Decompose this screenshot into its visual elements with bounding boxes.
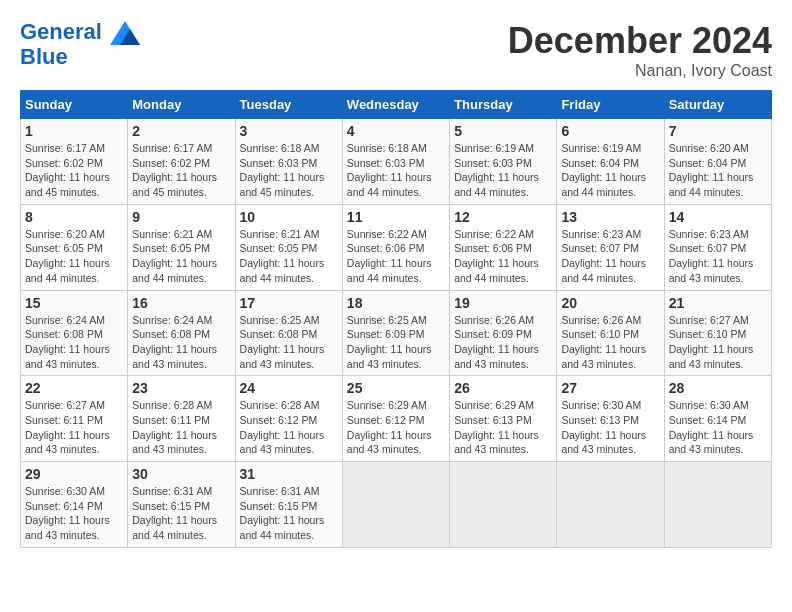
calendar-cell: 18 Sunrise: 6:25 AM Sunset: 6:09 PM Dayl… <box>342 290 449 376</box>
calendar-cell: 31 Sunrise: 6:31 AM Sunset: 6:15 PM Dayl… <box>235 462 342 548</box>
day-info: Sunrise: 6:20 AM Sunset: 6:05 PM Dayligh… <box>25 227 123 286</box>
calendar-cell: 11 Sunrise: 6:22 AM Sunset: 6:06 PM Dayl… <box>342 204 449 290</box>
day-info: Sunrise: 6:21 AM Sunset: 6:05 PM Dayligh… <box>132 227 230 286</box>
location: Nanan, Ivory Coast <box>508 62 772 80</box>
weekday-tuesday: Tuesday <box>235 91 342 119</box>
week-row-1: 1 Sunrise: 6:17 AM Sunset: 6:02 PM Dayli… <box>21 119 772 205</box>
calendar-cell: 10 Sunrise: 6:21 AM Sunset: 6:05 PM Dayl… <box>235 204 342 290</box>
calendar-cell: 1 Sunrise: 6:17 AM Sunset: 6:02 PM Dayli… <box>21 119 128 205</box>
calendar-cell: 23 Sunrise: 6:28 AM Sunset: 6:11 PM Dayl… <box>128 376 235 462</box>
day-info: Sunrise: 6:18 AM Sunset: 6:03 PM Dayligh… <box>240 141 338 200</box>
day-info: Sunrise: 6:17 AM Sunset: 6:02 PM Dayligh… <box>132 141 230 200</box>
day-info: Sunrise: 6:30 AM Sunset: 6:14 PM Dayligh… <box>669 398 767 457</box>
calendar-cell: 13 Sunrise: 6:23 AM Sunset: 6:07 PM Dayl… <box>557 204 664 290</box>
calendar-cell: 16 Sunrise: 6:24 AM Sunset: 6:08 PM Dayl… <box>128 290 235 376</box>
calendar-cell: 24 Sunrise: 6:28 AM Sunset: 6:12 PM Dayl… <box>235 376 342 462</box>
day-info: Sunrise: 6:18 AM Sunset: 6:03 PM Dayligh… <box>347 141 445 200</box>
calendar-cell <box>664 462 771 548</box>
calendar-table: SundayMondayTuesdayWednesdayThursdayFrid… <box>20 90 772 548</box>
day-info: Sunrise: 6:26 AM Sunset: 6:09 PM Dayligh… <box>454 313 552 372</box>
day-info: Sunrise: 6:27 AM Sunset: 6:10 PM Dayligh… <box>669 313 767 372</box>
calendar-cell: 9 Sunrise: 6:21 AM Sunset: 6:05 PM Dayli… <box>128 204 235 290</box>
day-info: Sunrise: 6:20 AM Sunset: 6:04 PM Dayligh… <box>669 141 767 200</box>
calendar-cell: 26 Sunrise: 6:29 AM Sunset: 6:13 PM Dayl… <box>450 376 557 462</box>
calendar-cell: 28 Sunrise: 6:30 AM Sunset: 6:14 PM Dayl… <box>664 376 771 462</box>
day-info: Sunrise: 6:19 AM Sunset: 6:04 PM Dayligh… <box>561 141 659 200</box>
logo: General Blue <box>20 20 140 69</box>
day-info: Sunrise: 6:24 AM Sunset: 6:08 PM Dayligh… <box>25 313 123 372</box>
day-number: 25 <box>347 380 445 396</box>
day-info: Sunrise: 6:19 AM Sunset: 6:03 PM Dayligh… <box>454 141 552 200</box>
day-number: 9 <box>132 209 230 225</box>
day-info: Sunrise: 6:26 AM Sunset: 6:10 PM Dayligh… <box>561 313 659 372</box>
week-row-5: 29 Sunrise: 6:30 AM Sunset: 6:14 PM Dayl… <box>21 462 772 548</box>
day-number: 1 <box>25 123 123 139</box>
calendar-cell <box>557 462 664 548</box>
day-info: Sunrise: 6:29 AM Sunset: 6:13 PM Dayligh… <box>454 398 552 457</box>
calendar-cell: 25 Sunrise: 6:29 AM Sunset: 6:12 PM Dayl… <box>342 376 449 462</box>
day-info: Sunrise: 6:25 AM Sunset: 6:08 PM Dayligh… <box>240 313 338 372</box>
week-row-3: 15 Sunrise: 6:24 AM Sunset: 6:08 PM Dayl… <box>21 290 772 376</box>
day-info: Sunrise: 6:28 AM Sunset: 6:12 PM Dayligh… <box>240 398 338 457</box>
day-info: Sunrise: 6:27 AM Sunset: 6:11 PM Dayligh… <box>25 398 123 457</box>
calendar-cell: 4 Sunrise: 6:18 AM Sunset: 6:03 PM Dayli… <box>342 119 449 205</box>
calendar-cell: 15 Sunrise: 6:24 AM Sunset: 6:08 PM Dayl… <box>21 290 128 376</box>
calendar-cell: 27 Sunrise: 6:30 AM Sunset: 6:13 PM Dayl… <box>557 376 664 462</box>
calendar-cell: 5 Sunrise: 6:19 AM Sunset: 6:03 PM Dayli… <box>450 119 557 205</box>
day-number: 21 <box>669 295 767 311</box>
day-info: Sunrise: 6:22 AM Sunset: 6:06 PM Dayligh… <box>454 227 552 286</box>
day-number: 7 <box>669 123 767 139</box>
weekday-wednesday: Wednesday <box>342 91 449 119</box>
calendar-cell: 21 Sunrise: 6:27 AM Sunset: 6:10 PM Dayl… <box>664 290 771 376</box>
day-number: 20 <box>561 295 659 311</box>
calendar-cell: 6 Sunrise: 6:19 AM Sunset: 6:04 PM Dayli… <box>557 119 664 205</box>
weekday-friday: Friday <box>557 91 664 119</box>
day-number: 28 <box>669 380 767 396</box>
day-number: 14 <box>669 209 767 225</box>
day-info: Sunrise: 6:22 AM Sunset: 6:06 PM Dayligh… <box>347 227 445 286</box>
day-number: 17 <box>240 295 338 311</box>
day-info: Sunrise: 6:30 AM Sunset: 6:13 PM Dayligh… <box>561 398 659 457</box>
calendar-cell: 7 Sunrise: 6:20 AM Sunset: 6:04 PM Dayli… <box>664 119 771 205</box>
day-info: Sunrise: 6:24 AM Sunset: 6:08 PM Dayligh… <box>132 313 230 372</box>
month-title: December 2024 <box>508 20 772 62</box>
day-number: 30 <box>132 466 230 482</box>
week-row-2: 8 Sunrise: 6:20 AM Sunset: 6:05 PM Dayli… <box>21 204 772 290</box>
day-info: Sunrise: 6:28 AM Sunset: 6:11 PM Dayligh… <box>132 398 230 457</box>
day-number: 10 <box>240 209 338 225</box>
calendar-cell: 14 Sunrise: 6:23 AM Sunset: 6:07 PM Dayl… <box>664 204 771 290</box>
calendar-cell <box>450 462 557 548</box>
week-row-4: 22 Sunrise: 6:27 AM Sunset: 6:11 PM Dayl… <box>21 376 772 462</box>
weekday-monday: Monday <box>128 91 235 119</box>
day-number: 24 <box>240 380 338 396</box>
day-number: 22 <box>25 380 123 396</box>
calendar-cell: 19 Sunrise: 6:26 AM Sunset: 6:09 PM Dayl… <box>450 290 557 376</box>
day-info: Sunrise: 6:23 AM Sunset: 6:07 PM Dayligh… <box>669 227 767 286</box>
title-section: December 2024 Nanan, Ivory Coast <box>508 20 772 80</box>
logo-blue: Blue <box>20 45 140 69</box>
calendar-cell: 29 Sunrise: 6:30 AM Sunset: 6:14 PM Dayl… <box>21 462 128 548</box>
calendar-body: 1 Sunrise: 6:17 AM Sunset: 6:02 PM Dayli… <box>21 119 772 548</box>
day-number: 12 <box>454 209 552 225</box>
calendar-cell: 12 Sunrise: 6:22 AM Sunset: 6:06 PM Dayl… <box>450 204 557 290</box>
day-number: 8 <box>25 209 123 225</box>
day-number: 19 <box>454 295 552 311</box>
day-info: Sunrise: 6:30 AM Sunset: 6:14 PM Dayligh… <box>25 484 123 543</box>
day-number: 2 <box>132 123 230 139</box>
calendar-cell: 2 Sunrise: 6:17 AM Sunset: 6:02 PM Dayli… <box>128 119 235 205</box>
day-number: 23 <box>132 380 230 396</box>
day-info: Sunrise: 6:29 AM Sunset: 6:12 PM Dayligh… <box>347 398 445 457</box>
day-number: 29 <box>25 466 123 482</box>
day-number: 11 <box>347 209 445 225</box>
day-info: Sunrise: 6:23 AM Sunset: 6:07 PM Dayligh… <box>561 227 659 286</box>
calendar-cell: 8 Sunrise: 6:20 AM Sunset: 6:05 PM Dayli… <box>21 204 128 290</box>
calendar-cell: 3 Sunrise: 6:18 AM Sunset: 6:03 PM Dayli… <box>235 119 342 205</box>
weekday-header-row: SundayMondayTuesdayWednesdayThursdayFrid… <box>21 91 772 119</box>
day-number: 16 <box>132 295 230 311</box>
day-info: Sunrise: 6:25 AM Sunset: 6:09 PM Dayligh… <box>347 313 445 372</box>
page-header: General Blue December 2024 Nanan, Ivory … <box>20 20 772 80</box>
day-number: 4 <box>347 123 445 139</box>
day-number: 31 <box>240 466 338 482</box>
logo-text: General <box>20 20 140 45</box>
day-number: 18 <box>347 295 445 311</box>
